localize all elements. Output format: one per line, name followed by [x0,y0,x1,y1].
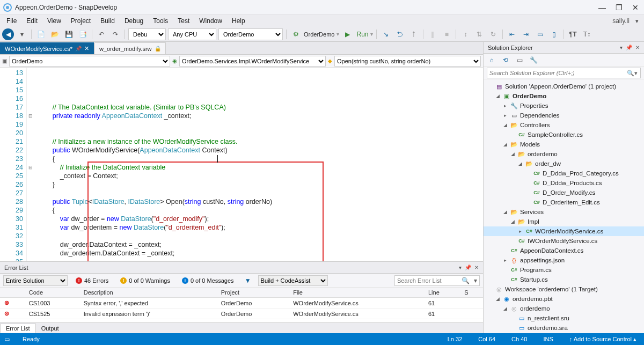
errors-badge[interactable]: !46 Errors [72,275,112,286]
nav-back-button[interactable]: ◀ [2,28,14,40]
menu-project[interactable]: Project [67,16,95,26]
step-out-icon[interactable]: ⭡ [408,28,420,40]
uncomment-icon[interactable]: ▯ [548,28,560,40]
error-scope-selector[interactable]: Entire Solution [3,275,68,286]
tab-wordermodifyservice[interactable]: WOrderModifyService.cs* 📌 ✕ [0,42,94,54]
tree-node[interactable]: Workspace 'orderdemo' (1 Target) [484,284,644,294]
menu-help[interactable]: Help [228,16,250,26]
error-search-input[interactable] [395,277,459,284]
tree-node[interactable]: ◢Controllers [484,120,644,130]
new-item-icon[interactable]: 📄 [35,28,47,40]
comment-icon[interactable]: ▭ [534,28,546,40]
tab-w-order-modify[interactable]: w_order_modify.srw 🔒 [94,42,166,54]
tree-node[interactable]: ◢orderdemo [484,304,644,313]
tree-node[interactable]: Solution 'Appeon.OrderDemo' (1 project) [484,82,644,91]
startup-selector[interactable]: OrderDemo [218,28,283,40]
tree-node[interactable]: ◢Services [484,207,644,217]
outdent-icon[interactable]: ⇤ [506,28,518,40]
solution-tree[interactable]: Solution 'Appeon.OrderDemo' (1 project)◢… [484,79,644,333]
se-home-icon[interactable]: ⌂ [486,54,497,66]
se-collapse-icon[interactable]: ▭ [514,54,525,66]
se-properties-icon[interactable]: 🔧 [528,54,539,66]
tab-error-list[interactable]: Error List [0,324,36,333]
misc-icon-1[interactable]: ↕ [459,28,471,40]
class-selector[interactable]: OrderDemo.Services.Impl.WOrderModifyServ… [179,56,326,67]
run-label[interactable]: Run [356,31,368,38]
save-all-icon[interactable]: 📑 [77,28,89,40]
pin-icon[interactable]: 📌 [75,46,82,52]
step-over-icon[interactable]: ⮌ [394,28,406,40]
menu-tools[interactable]: Tools [149,16,172,26]
menu-edit[interactable]: Edit [22,16,42,26]
error-search[interactable]: 🔍 ▾ [394,275,480,286]
run-icon[interactable]: ▶ [341,28,353,40]
filter-icon[interactable]: ▼ [242,275,254,287]
text-icon-1[interactable]: ¶T [567,28,579,40]
tree-node[interactable]: Program.cs [484,265,644,275]
tree-node[interactable]: IWOrderModifyService.cs [484,236,644,246]
panel-dropdown-icon[interactable]: ▾ [459,265,462,270]
platform-selector[interactable]: Any CPU [168,28,216,40]
user-label[interactable]: sally.li ▾ [604,16,642,26]
config-selector[interactable]: Debug [128,28,166,40]
tree-node[interactable]: ◢Impl [484,217,644,226]
close-tab-icon[interactable]: ✕ [84,45,89,52]
tree-node[interactable]: str_order_parm.srs [484,333,644,333]
panel-pin-icon[interactable]: 📌 [465,265,471,270]
misc-icon-2[interactable]: ⇅ [473,28,485,40]
search-icon[interactable]: 🔍▾ [627,70,638,77]
solution-search-input[interactable] [487,68,641,78]
se-pin-icon[interactable]: 📌 [626,45,632,50]
tree-node[interactable]: ▸appsettings.json [484,255,644,265]
fold-gutter[interactable]: ⊟⊟⊟ [27,68,34,261]
menu-file[interactable]: File [2,16,21,26]
text-icon-2[interactable]: T↕ [581,28,592,40]
maximize-button[interactable]: ❐ [613,3,625,12]
panel-close-icon[interactable]: ✕ [474,265,479,270]
tree-node[interactable]: AppeonDataContext.cs [484,246,644,255]
tab-output[interactable]: Output [36,324,64,333]
error-row[interactable]: ⊗CS1003Syntax error, ',' expectedOrderDe… [0,298,483,309]
tree-node[interactable]: SampleController.cs [484,130,644,140]
menu-build[interactable]: Build [96,16,119,26]
tree-node[interactable]: D_Order_Modify.cs [484,188,644,197]
code-content[interactable]: // The DataContext local variable. (Simi… [34,68,483,261]
search-icon[interactable]: 🔍 [459,277,472,284]
tree-node[interactable]: D_Orderitem_Edit.cs [484,197,644,207]
tree-node[interactable]: ▸WOrderModifyService.cs [484,226,644,236]
se-sync-icon[interactable]: ⟲ [500,54,511,66]
minimize-button[interactable]: — [596,3,608,12]
nav-fwd-button[interactable]: ▾ [16,28,28,40]
debug-target-icon[interactable]: ⚙ [290,28,302,40]
step-into-icon[interactable]: ↘ [380,28,392,40]
build-filter-selector[interactable]: Build + CodeAssist [258,275,328,286]
namespace-selector[interactable]: OrderDemo [9,56,170,67]
save-icon[interactable]: 💾 [63,28,75,40]
redo-icon[interactable]: ↷ [109,28,121,40]
menu-window[interactable]: Window [195,16,226,26]
warnings-badge[interactable]: !0 of 0 Warnings [116,275,174,286]
status-source-control[interactable]: ↑ Add to Source Control ▴ [566,336,640,343]
menu-view[interactable]: View [43,16,65,26]
tree-node[interactable]: ◢order_dw [484,159,644,168]
tree-node[interactable]: ◢OrderDemo [484,91,644,101]
misc-icon-3[interactable]: ↻ [487,28,499,40]
se-dropdown-icon[interactable]: ▾ [620,45,623,50]
menu-test[interactable]: Test [173,16,194,26]
open-icon[interactable]: 📂 [49,28,61,40]
indent-icon[interactable]: ⇥ [520,28,532,40]
close-button[interactable]: ✕ [630,3,641,12]
tree-node[interactable]: ▸Dependencies [484,111,644,120]
tree-node[interactable]: Startup.cs [484,275,644,284]
tree-node[interactable]: ▸Properties [484,101,644,111]
debug-target-label[interactable]: OrderDemo [304,31,334,38]
error-row[interactable]: ⊗CS1525Invalid expression term ')'OrderD… [0,309,483,319]
member-selector[interactable]: Open(string custNo, string orderNo) [334,56,481,67]
se-close-icon[interactable]: ✕ [635,45,640,50]
tree-node[interactable]: D_Dddw_Prod_Category.cs [484,168,644,178]
error-grid[interactable]: CodeDescriptionProjectFileLineS ⊗CS1003S… [0,288,483,322]
menu-debug[interactable]: Debug [120,16,148,26]
tree-node[interactable]: n_restclient.sru [484,313,644,323]
tree-node[interactable]: orderdemo.sra [484,323,644,333]
code-editor[interactable]: 1314151617181920212223242526272829303132… [0,68,483,261]
